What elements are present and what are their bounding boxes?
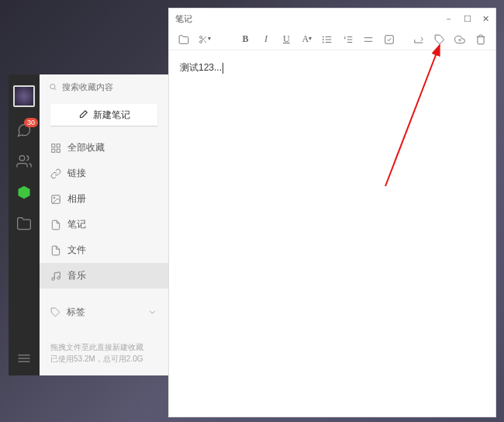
text-cursor <box>223 63 223 74</box>
contacts-icon[interactable] <box>16 154 32 169</box>
footer-line2: 已使用53.2M，总可用2.0G <box>50 353 157 365</box>
numbered-list-icon[interactable] <box>343 33 354 46</box>
editor-content[interactable]: 测试123... <box>169 50 495 417</box>
chat-badge: 30 <box>24 118 38 127</box>
cloud-sync-icon[interactable] <box>454 33 465 46</box>
svg-point-11 <box>54 197 55 199</box>
folder-icon[interactable] <box>16 216 32 231</box>
tag-icon[interactable] <box>434 33 445 46</box>
new-note-label: 新建笔记 <box>93 109 130 122</box>
sidebar-item-all[interactable]: 全部收藏 <box>40 135 168 161</box>
forward-icon[interactable] <box>413 33 424 46</box>
svg-point-0 <box>19 156 25 161</box>
font-color-button[interactable]: A▾ <box>302 33 312 46</box>
svg-point-25 <box>323 41 323 42</box>
svg-line-5 <box>54 88 56 90</box>
svg-point-13 <box>57 276 60 279</box>
sidebar-item-albums[interactable]: 相册 <box>40 186 168 212</box>
search-row[interactable] <box>40 74 168 99</box>
scissors-icon[interactable]: ▾ <box>198 33 211 46</box>
new-note-button[interactable]: 新建笔记 <box>50 104 157 126</box>
svg-point-15 <box>200 36 202 38</box>
sidebar-item-label: 相册 <box>67 192 86 206</box>
svg-line-18 <box>205 40 207 43</box>
underline-button[interactable]: U <box>281 33 292 46</box>
maximize-button[interactable]: ☐ <box>464 15 471 23</box>
chat-icon[interactable]: 30 <box>16 123 32 138</box>
italic-button[interactable]: I <box>261 33 271 46</box>
editor-toolbar: ▾ B I U A▾ <box>169 29 495 50</box>
svg-point-23 <box>323 36 323 36</box>
note-text: 测试123... <box>180 62 222 73</box>
search-input[interactable] <box>62 82 159 92</box>
svg-rect-9 <box>52 149 55 152</box>
checkbox-icon[interactable] <box>384 33 395 46</box>
sidebar-item-links[interactable]: 链接 <box>40 161 168 186</box>
collection-icon[interactable] <box>16 185 32 200</box>
sidebar-panel: 新建笔记 全部收藏 链接 相册 笔记 文件 音乐 标签 <box>40 74 168 375</box>
sidebar-item-label: 链接 <box>67 167 86 180</box>
close-button[interactable]: ✕ <box>482 15 489 23</box>
avatar[interactable] <box>13 85 35 107</box>
svg-point-24 <box>323 39 323 40</box>
note-editor-window: 笔记 － ☐ ✕ ▾ B I U A▾ 测试123... <box>168 8 496 417</box>
sidebar-item-label: 笔记 <box>67 218 86 231</box>
tags-label: 标签 <box>67 306 85 319</box>
svg-rect-6 <box>52 144 55 147</box>
bold-button[interactable]: B <box>240 33 250 46</box>
divider-icon[interactable] <box>363 33 374 46</box>
sidebar-item-label: 音乐 <box>67 269 86 282</box>
svg-point-4 <box>50 84 55 88</box>
sidebar-item-label: 文件 <box>67 244 86 257</box>
app-rail: 30 <box>9 74 40 375</box>
sidebar-item-label: 全部收藏 <box>67 141 105 154</box>
svg-point-16 <box>200 40 202 43</box>
menu-icon[interactable] <box>16 351 32 366</box>
delete-icon[interactable] <box>475 33 485 46</box>
folder-open-icon[interactable] <box>178 33 189 46</box>
window-title: 笔记 <box>175 13 192 25</box>
svg-line-19 <box>202 38 204 40</box>
bullet-list-icon[interactable] <box>322 33 333 46</box>
svg-point-12 <box>52 277 55 280</box>
sidebar-item-music[interactable]: 音乐 <box>40 263 168 289</box>
chevron-down-icon <box>147 307 157 317</box>
sidebar-tags[interactable]: 标签 <box>40 298 168 327</box>
svg-rect-8 <box>57 149 60 152</box>
sidebar-item-files[interactable]: 文件 <box>40 237 168 263</box>
storage-footer: 拖拽文件至此直接新建收藏 已使用53.2M，总可用2.0G <box>40 341 168 375</box>
minimize-button[interactable]: － <box>444 15 453 23</box>
svg-rect-31 <box>385 35 394 43</box>
svg-rect-7 <box>57 144 60 147</box>
sidebar-item-notes[interactable]: 笔记 <box>40 212 168 237</box>
titlebar: 笔记 － ☐ ✕ <box>169 9 495 29</box>
footer-line1: 拖拽文件至此直接新建收藏 <box>50 341 157 353</box>
